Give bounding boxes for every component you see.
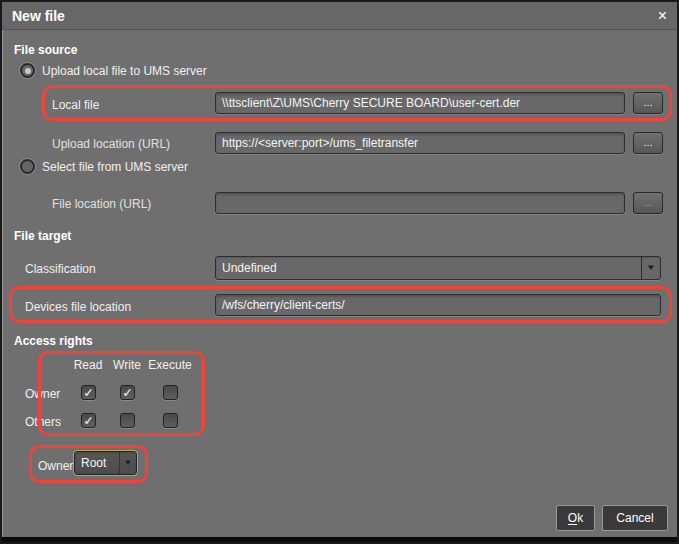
upload-location-input[interactable]: https://<server:port>/ums_filetransfer — [215, 132, 625, 154]
check-icon: ✓ — [83, 415, 93, 427]
file-location-input[interactable] — [215, 192, 625, 214]
devices-file-location-input[interactable]: /wfs/cherry/client-certs/ — [215, 294, 661, 316]
local-file-browse-button[interactable]: ... — [633, 92, 663, 114]
upload-location-browse-button[interactable]: ... — [633, 132, 663, 154]
devices-file-location-label: Devices file location — [25, 300, 131, 314]
radio-upload-local-file-label: Upload local file to UMS server — [42, 64, 207, 78]
owner-dropdown-value: Root — [81, 456, 106, 470]
chevron-down-icon: ▼ — [123, 452, 133, 474]
column-header-write: Write — [113, 358, 141, 372]
new-file-dialog: New file × File source Upload local file… — [0, 0, 679, 544]
classification-value: Undefined — [222, 261, 277, 275]
checkbox-owner-execute[interactable] — [163, 385, 178, 400]
checkbox-owner-read[interactable]: ✓ — [81, 385, 96, 400]
owner-dropdown[interactable]: Root ▼ — [74, 451, 137, 475]
owner-select-label: Owner — [38, 459, 73, 473]
check-icon: ✓ — [122, 387, 132, 399]
radio-select-from-ums-label: Select file from UMS server — [42, 160, 188, 174]
checkbox-others-write[interactable] — [120, 413, 135, 428]
others-row-label: Others — [25, 415, 61, 429]
upload-location-label: Upload location (URL) — [52, 137, 170, 151]
cancel-button[interactable]: Cancel — [602, 505, 668, 531]
file-target-section-label: File target — [14, 229, 71, 243]
column-header-read: Read — [74, 358, 103, 372]
chevron-down-icon: ▼ — [646, 257, 656, 279]
checkbox-others-read[interactable]: ✓ — [81, 413, 96, 428]
access-rights-section-label: Access rights — [14, 334, 93, 348]
classification-dropdown[interactable]: Undefined ▼ — [215, 256, 661, 280]
check-icon: ✓ — [83, 387, 93, 399]
local-file-input[interactable]: \\ttsclient\Z\UMS\Cherry SECURE BOARD\us… — [215, 92, 625, 114]
file-location-label: File location (URL) — [52, 197, 151, 211]
file-location-browse-button[interactable]: ... — [633, 192, 663, 214]
radio-upload-local-file[interactable] — [20, 63, 35, 78]
checkbox-owner-write[interactable]: ✓ — [120, 385, 135, 400]
owner-row-label: Owner — [25, 387, 60, 401]
dialog-title: New file — [12, 2, 65, 30]
classification-dropdown-arrowbox[interactable]: ▼ — [641, 257, 660, 279]
radio-select-from-ums[interactable] — [20, 159, 35, 174]
dialog-bottom-shadow — [0, 537, 679, 544]
checkbox-others-execute[interactable] — [163, 413, 178, 428]
column-header-execute: Execute — [148, 358, 191, 372]
file-source-section-label: File source — [14, 43, 77, 57]
classification-label: Classification — [25, 262, 96, 276]
close-icon[interactable]: × — [658, 2, 667, 30]
title-bar: New file × — [2, 2, 677, 30]
local-file-label: Local file — [52, 98, 99, 112]
ok-button[interactable]: Ok — [556, 505, 595, 531]
owner-dropdown-arrowbox[interactable]: ▼ — [119, 452, 136, 474]
